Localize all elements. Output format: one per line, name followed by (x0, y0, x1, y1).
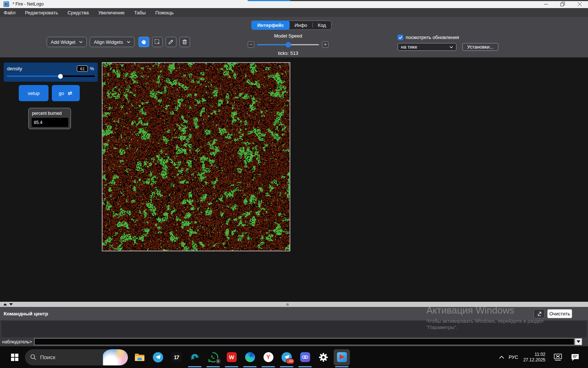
density-track[interactable] (7, 75, 95, 77)
taskbar-tradingview[interactable]: 17 (171, 352, 182, 362)
popout-arrow-icon (537, 311, 542, 316)
menu-tools[interactable]: Средства (63, 8, 94, 17)
hand-tool-button[interactable] (139, 37, 149, 47)
taskbar-link-app[interactable] (300, 352, 310, 362)
density-slider-widget[interactable]: density 61 % (4, 63, 98, 82)
chevron-down-icon (127, 41, 130, 43)
clock-time: 11:02 (523, 352, 545, 357)
export-output-button[interactable] (534, 309, 545, 318)
command-history-button[interactable] (575, 338, 582, 345)
marquee-select-icon (154, 39, 160, 45)
command-center: Командный центр Очистить наблюдатель> (0, 307, 588, 346)
taskbar-whatsapp[interactable]: 1 (208, 352, 218, 362)
running-indicator (298, 366, 312, 367)
touch-keyboard-icon[interactable] (553, 354, 562, 361)
model-speed-slider[interactable] (257, 44, 319, 45)
monitor-value: 85.4 (32, 118, 68, 127)
align-widgets-dropdown[interactable]: Align Widgets (90, 37, 134, 47)
yandex-browser-icon: Y (263, 352, 273, 362)
wps-office-icon: W (227, 352, 237, 362)
restore-button[interactable] (554, 0, 571, 8)
hand-icon (141, 39, 147, 45)
go-button[interactable]: go (52, 85, 80, 101)
edge-browser-icon (245, 352, 255, 362)
taskbar-yandex-browser[interactable]: Y (263, 352, 273, 362)
search-icon (30, 354, 36, 360)
menu-file[interactable]: Файл (0, 8, 20, 17)
ticks-counter: ticks: 513 (248, 50, 329, 56)
taskbar-wps-office[interactable]: W (226, 352, 237, 362)
taskbar-edge[interactable] (245, 352, 255, 362)
header-band: Интерфейс Инфо Код Add Widget Align Widg… (0, 17, 588, 57)
command-center-title: Командный центр (4, 311, 48, 316)
density-thumb[interactable] (58, 74, 63, 79)
taskbar-wave-app[interactable] (190, 352, 200, 362)
weather-widget-icon[interactable] (103, 349, 128, 365)
running-indicator (207, 366, 220, 367)
taskbar-netlogo[interactable] (337, 352, 347, 362)
wave-shell-icon (190, 352, 200, 362)
taskbar-clock[interactable]: 11:02 27.12.2025 (523, 352, 545, 363)
clear-button[interactable]: Очистить (547, 309, 572, 318)
netlogo-icon (337, 352, 347, 362)
taskbar-file-explorer[interactable] (135, 352, 145, 362)
start-button[interactable] (7, 350, 22, 365)
world-view (102, 62, 290, 251)
taskbar-settings[interactable] (318, 352, 329, 362)
density-label: density (7, 66, 22, 71)
language-indicator[interactable]: РУС (509, 354, 518, 360)
notification-center-icon[interactable] (571, 354, 579, 361)
model-speed-label: Model Speed (248, 33, 329, 39)
taskbar-search[interactable]: Поиск (25, 349, 128, 365)
tray-chevron-up-icon[interactable] (499, 355, 504, 359)
running-indicator (262, 366, 275, 367)
running-indicator (280, 366, 293, 367)
running-indicator (188, 366, 201, 367)
window-title: * Fire - NetLogo (12, 1, 44, 7)
background-window-edge-dark (290, 0, 588, 1)
setup-button[interactable]: setup (19, 85, 49, 101)
select-tool-button[interactable] (152, 37, 163, 47)
pencil-icon (168, 39, 174, 45)
tab-interface[interactable]: Интерфейс (251, 21, 290, 30)
splitter-down-icon[interactable] (9, 303, 13, 305)
settings-button[interactable]: Установки... (462, 43, 498, 51)
gear-icon (319, 353, 328, 362)
speed-slider-thumb[interactable] (286, 42, 291, 47)
speed-plus-button[interactable]: + (322, 41, 329, 48)
clock-date: 27.12.2025 (523, 357, 545, 363)
taskbar-telegram-2[interactable]: ..52 (282, 352, 292, 362)
splitter-handle[interactable] (286, 303, 289, 306)
running-indicator (225, 366, 238, 367)
density-value: 61 (77, 66, 88, 72)
density-unit: % (90, 66, 94, 71)
trash-icon (182, 39, 187, 45)
splitter-up-icon[interactable] (3, 303, 7, 305)
minimize-button[interactable] (537, 0, 554, 8)
edit-tool-button[interactable] (166, 37, 176, 47)
delete-tool-button[interactable] (179, 37, 190, 47)
tab-strip: Интерфейс Инфо Код (251, 21, 331, 30)
add-widget-dropdown[interactable]: Add Widget (47, 37, 87, 47)
chevron-down-icon (449, 46, 453, 48)
tab-info[interactable]: Инфо (289, 21, 312, 29)
update-mode-dropdown[interactable]: на тике (398, 43, 456, 51)
taskbar-telegram[interactable] (153, 352, 163, 362)
command-input[interactable] (34, 338, 574, 345)
speed-minus-button[interactable]: − (248, 41, 254, 48)
desktop: * Fire - NetLogo Файл Редактировать Сред… (0, 0, 588, 368)
menu-edit[interactable]: Редактировать (20, 8, 63, 17)
folder-icon (135, 353, 145, 362)
chain-link-icon (300, 352, 310, 362)
close-button[interactable] (571, 0, 588, 8)
telegram-badge: ..52 (286, 358, 294, 364)
menu-help[interactable]: Помощь (150, 8, 178, 17)
menu-tabs[interactable]: Табы (129, 8, 150, 17)
view-updates-checkbox[interactable] (398, 35, 403, 40)
tab-code[interactable]: Код (313, 21, 331, 29)
command-center-splitter[interactable] (0, 302, 588, 307)
whatsapp-badge: 1 (215, 358, 221, 364)
view-updates-label: посмотреть обновления (406, 35, 459, 40)
menu-zoom[interactable]: Увеличение (93, 8, 129, 17)
command-output-area[interactable] (1, 321, 587, 337)
